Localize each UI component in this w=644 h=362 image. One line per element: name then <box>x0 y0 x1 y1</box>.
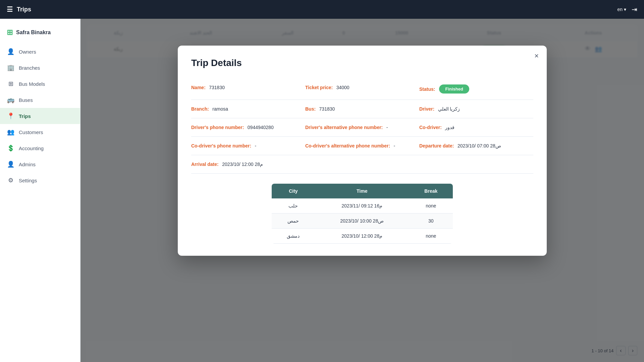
brand-icon: ⊞ <box>7 28 13 37</box>
ticket-price-value: 34000 <box>336 85 350 90</box>
settings-icon: ⚙ <box>7 177 15 184</box>
time-cell: 2023/11/ 09:12 م16 <box>315 198 409 214</box>
table-row: حمص 2023/10/ 10:00 ص28 30 <box>272 214 453 229</box>
info-row-3: Driver's phone number: 0944940280 Driver… <box>191 118 533 137</box>
sidebar-item-label: Trips <box>19 113 31 119</box>
codriver-alt-phone-field: Co-driver's alternative phone number: - <box>305 137 419 155</box>
codriver-label: Co-driver: <box>419 125 442 130</box>
break-cell: none <box>409 198 453 214</box>
city-cell: دمشق <box>272 229 315 244</box>
sidebar-item-label: Admins <box>19 162 36 167</box>
buses-icon: 🚌 <box>7 96 15 104</box>
branches-icon: 🏢 <box>7 64 15 71</box>
codriver-alt-phone-value: - <box>394 143 395 148</box>
name-label: Name: <box>191 85 206 90</box>
sidebar-brand: ⊞ Safra Binakra <box>0 24 80 44</box>
accounting-icon: 💲 <box>7 144 15 152</box>
sidebar: ⊞ Safra Binakra 👤 Owners 🏢 Branches ⊞ Bu… <box>0 19 80 362</box>
info-row-2: Branch: ramosa Bus: 731830 Driver: زكريا… <box>191 100 533 118</box>
sidebar-item-customers[interactable]: 👥 Customers <box>0 124 80 140</box>
sidebar-item-settings[interactable]: ⚙ Settings <box>0 172 80 188</box>
bus-value: 731830 <box>319 106 335 112</box>
driver-phone-field: Driver's phone number: 0944940280 <box>191 118 305 137</box>
codriver-value: قدور <box>445 125 454 130</box>
arrival-date-value: 2023/10/ 12:00 م28 <box>222 162 263 167</box>
departure-date-field: Departure date: 2023/10/ 07:00 ص28 <box>419 137 533 155</box>
arrival-date-field: Arrival date: 2023/10/ 12:00 م28 <box>191 155 305 174</box>
sidebar-item-admins[interactable]: 👤 Admins <box>0 156 80 172</box>
codriver-alt-phone-label: Co-driver's alternative phone number: <box>305 143 390 148</box>
status-label: Status: <box>419 86 435 92</box>
empty-cell-2 <box>419 155 533 174</box>
topbar: ☰ Trips en ▾ ⇥ <box>0 0 644 19</box>
main-content: زبكة الحند الاشند السفر 0 15000 Status A… <box>80 19 644 362</box>
sidebar-item-label: Bus Models <box>19 81 45 87</box>
city-cell: حمص <box>272 214 315 229</box>
sidebar-item-owners[interactable]: 👤 Owners <box>0 44 80 60</box>
branch-field: Branch: ramosa <box>191 100 305 118</box>
break-cell: none <box>409 229 453 244</box>
driver-value: زكريا العلي <box>438 106 460 112</box>
city-col-header: City <box>272 184 315 198</box>
bus-field: Bus: 731830 <box>305 100 419 118</box>
sidebar-item-label: Settings <box>19 178 37 183</box>
time-cell: 2023/10/ 10:00 ص28 <box>315 214 409 229</box>
sidebar-item-buses[interactable]: 🚌 Buses <box>0 92 80 108</box>
codriver-phone-label: Co-driver's phone number: <box>191 143 251 148</box>
driver-alt-phone-value: - <box>386 125 388 130</box>
language-selector[interactable]: en ▾ <box>617 7 626 12</box>
status-badge: Finished <box>439 84 469 94</box>
chevron-down-icon: ▾ <box>624 7 626 12</box>
sidebar-item-label: Customers <box>19 129 43 135</box>
bus-label: Bus: <box>305 106 316 112</box>
driver-label: Driver: <box>419 106 434 112</box>
driver-phone-label: Driver's phone number: <box>191 125 244 130</box>
sidebar-item-label: Branches <box>19 65 40 71</box>
menu-icon[interactable]: ☰ <box>7 5 13 13</box>
sidebar-item-accounting[interactable]: 💲 Accounting <box>0 140 80 156</box>
branch-value: ramosa <box>212 106 228 112</box>
departure-date-label: Departure date: <box>419 143 454 148</box>
table-row: حلب 2023/11/ 09:12 م16 none <box>272 198 453 214</box>
info-row-1: Name: 731830 Ticket price: 34000 Status:… <box>191 78 533 100</box>
codriver-phone-field: Co-driver's phone number: - <box>191 137 305 155</box>
admins-icon: 👤 <box>7 161 15 168</box>
time-col-header: Time <box>315 184 409 198</box>
break-cell: 30 <box>409 214 453 229</box>
trip-details-modal: Trip Details × Name: 731830 Ticket price… <box>178 46 547 256</box>
logout-icon[interactable]: ⇥ <box>632 5 637 13</box>
trips-icon: 📍 <box>7 112 15 120</box>
driver-alt-phone-field: Driver's alternative phone number: - <box>305 118 419 137</box>
driver-phone-value: 0944940280 <box>248 125 274 130</box>
city-cell: حلب <box>272 198 315 214</box>
sidebar-item-label: Owners <box>19 49 36 55</box>
sidebar-item-label: Accounting <box>19 145 44 151</box>
arrival-date-label: Arrival date: <box>191 162 219 167</box>
topbar-left: ☰ Trips <box>7 5 31 13</box>
name-value: 731830 <box>209 85 225 90</box>
time-cell: 2023/10/ 12:00 م28 <box>315 229 409 244</box>
brand-name: Safra Binakra <box>16 29 51 36</box>
table-row: دمشق 2023/10/ 12:00 م28 none <box>272 229 453 244</box>
app-title: Trips <box>17 6 31 13</box>
customers-icon: 👥 <box>7 128 15 136</box>
sidebar-item-trips[interactable]: 📍 Trips <box>0 108 80 124</box>
name-field: Name: 731830 <box>191 78 305 100</box>
driver-field: Driver: زكريا العلي <box>419 100 533 118</box>
owners-icon: 👤 <box>7 48 15 55</box>
codriver-phone-value: - <box>255 143 257 148</box>
bus-models-icon: ⊞ <box>7 80 15 87</box>
branch-label: Branch: <box>191 106 209 112</box>
sidebar-item-label: Buses <box>19 97 33 103</box>
modal-close-button[interactable]: × <box>534 52 539 60</box>
ticket-price-label: Ticket price: <box>305 85 333 90</box>
break-col-header: Break <box>409 184 453 198</box>
modal-title: Trip Details <box>191 58 533 68</box>
modal-overlay[interactable]: Trip Details × Name: 731830 Ticket price… <box>80 19 644 362</box>
departure-date-value: 2023/10/ 07:00 ص28 <box>458 143 501 148</box>
empty-cell-1 <box>305 155 419 174</box>
sidebar-item-branches[interactable]: 🏢 Branches <box>0 60 80 76</box>
topbar-right: en ▾ ⇥ <box>617 5 637 13</box>
sidebar-item-bus-models[interactable]: ⊞ Bus Models <box>0 76 80 92</box>
info-row-4: Co-driver's phone number: - Co-driver's … <box>191 137 533 155</box>
